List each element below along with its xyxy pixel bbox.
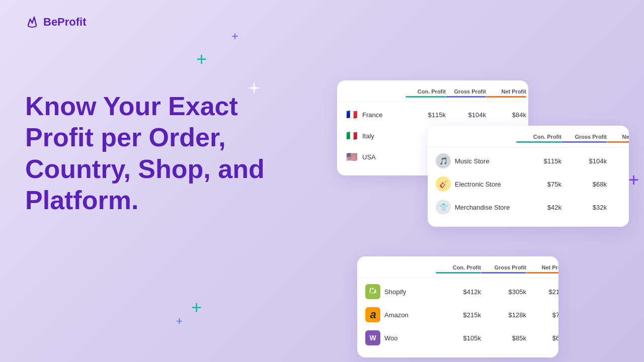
flag-usa: 🇺🇸: [345, 150, 358, 163]
row-label-italy: 🇮🇹 Italy: [345, 129, 406, 142]
flag-italy: 🇮🇹: [345, 129, 358, 142]
row-label-france: 🇫🇷 France: [345, 108, 406, 121]
row-label-shopify: Shopify: [365, 284, 436, 299]
country-col-net-profit: Net Profit: [486, 88, 526, 98]
shop-card: Con. Profit Gross Profit Net Profit 🎵 Mu…: [428, 126, 629, 227]
logo: BeProfit: [25, 15, 87, 29]
plus-icon-1: +: [196, 50, 207, 68]
platform-table-header: Con. Profit Gross Profit Net Profit: [357, 264, 558, 278]
avatar-merch-store: 👕: [436, 200, 451, 215]
shop-col-gross-profit: Gross Profit: [561, 134, 607, 143]
shopify-icon: [365, 284, 380, 299]
table-row: Shopify $412k $305k $213k: [357, 280, 558, 303]
platform-col-label: [365, 264, 436, 274]
plus-icon-5: +: [191, 299, 202, 317]
country-table-header: Con. Profit Gross Profit Net Profit: [337, 88, 528, 102]
plus-icon-3: +: [628, 171, 639, 189]
sparkle-icon: [247, 80, 262, 96]
table-row: 🎸 Electronic Store $75k $68k $62k: [428, 172, 629, 196]
shop-col-con-profit: Con. Profit: [516, 134, 561, 143]
platform-col-con-profit: Con. Profit: [436, 264, 481, 274]
logo-icon: [25, 15, 39, 29]
row-label-electronic-store: 🎸 Electronic Store: [436, 176, 516, 192]
country-col-con-profit: Con. Profit: [406, 88, 446, 98]
platform-col-net-profit: Net Profit: [526, 264, 558, 274]
table-row: W Woo $105k $85k $60k: [357, 326, 558, 349]
avatar-music-store: 🎵: [436, 153, 451, 168]
row-label-usa: 🇺🇸 USA: [345, 150, 406, 163]
country-col-gross-profit: Gross Profit: [446, 88, 486, 98]
shop-table-header: Con. Profit Gross Profit Net Profit: [428, 134, 629, 147]
row-label-music-store: 🎵 Music Store: [436, 153, 516, 168]
platform-card: Con. Profit Gross Profit Net Profit Shop…: [357, 256, 558, 357]
hero-heading: Know Your Exact Profit per Order, Countr…: [25, 90, 307, 216]
hero-section: Know Your Exact Profit per Order, Countr…: [25, 90, 307, 216]
amazon-icon: a: [365, 307, 380, 322]
table-row: a Amazon $215k $128k $72k: [357, 303, 558, 326]
row-label-merch-store: 👕 Merchandise Store: [436, 200, 516, 215]
platform-col-gross-profit: Gross Profit: [481, 264, 526, 274]
row-label-amazon: a Amazon: [365, 307, 436, 322]
plus-icon-2: +: [231, 30, 238, 42]
woo-icon: W: [365, 330, 380, 345]
flag-france: 🇫🇷: [345, 108, 358, 121]
shop-col-net-profit: Net Profit: [607, 134, 629, 143]
country-col-label: [345, 88, 406, 98]
cards-area: Con. Profit Gross Profit Net Profit 🇫🇷 F…: [337, 65, 629, 347]
logo-text: BeProfit: [43, 16, 87, 29]
table-row: 👕 Merchandise Store $42k $32k $21k: [428, 196, 629, 219]
avatar-electronic-store: 🎸: [436, 176, 451, 192]
plus-icon-6: +: [176, 316, 183, 327]
shop-col-label: [436, 134, 516, 143]
table-row: 🎵 Music Store $115k $104k $84k: [428, 149, 629, 172]
table-row: 🇫🇷 France $115k $104k $84k: [337, 104, 528, 125]
row-label-woo: W Woo: [365, 330, 436, 345]
